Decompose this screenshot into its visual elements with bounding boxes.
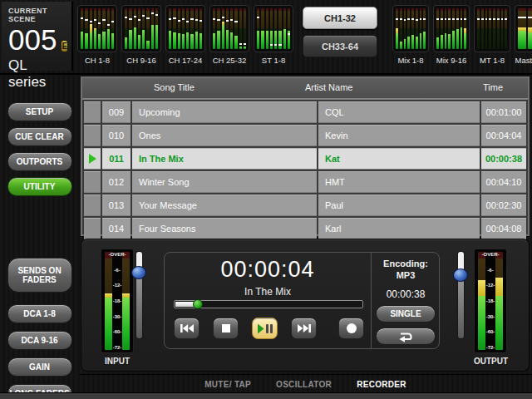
record-button[interactable]	[338, 318, 364, 339]
column-header-time: Time	[483, 82, 503, 92]
output-fader[interactable]	[453, 252, 468, 338]
meter-block-ch1-8[interactable]: CH 1-8	[77, 5, 117, 65]
row-time: 00:04:04	[481, 125, 526, 146]
scene-number: 005	[8, 25, 57, 55]
meter-block-mix9-16[interactable]: Mix 9-16	[433, 5, 470, 65]
row-play-indicator-cell	[84, 195, 101, 216]
song-table-header: Song Title Artist Name Time	[82, 78, 528, 100]
transport-controls	[165, 318, 371, 341]
song-table: Song Title Artist Name Time 009 Upcoming…	[81, 76, 530, 236]
playback-progress-slider[interactable]	[174, 300, 363, 308]
row-artist: Karl	[318, 218, 480, 239]
encoding-label: Encoding:	[371, 259, 441, 268]
row-artist: HMT	[318, 171, 480, 193]
column-header-song-title: Song Title	[154, 82, 195, 92]
top-bar: CURRENT SCENE 005 E QL series CH 1-8 CH …	[0, 0, 532, 75]
row-number: 012	[102, 171, 131, 193]
meter-scale: -OVER--6- -12--18- -30--60- -72-	[101, 252, 133, 350]
scene-edit-badge: E	[62, 41, 67, 52]
output-level-meter: -OVER--6- -12--18- -30--60- -72-	[474, 249, 507, 353]
meter-block-mix1-8[interactable]: Mix 1-8	[392, 5, 429, 65]
table-row[interactable]: 014 Four Seasons Karl 00:04:08	[84, 218, 526, 239]
row-time: 00:04:10	[481, 171, 526, 193]
transport-group: 00:00:04 In The Mix Encoding:	[164, 252, 440, 349]
meter-block-label: Mix 1-8	[392, 56, 429, 65]
row-artist: Kevin	[318, 125, 480, 146]
row-song-title: Winter Song	[132, 171, 317, 193]
bottom-tab-bar: MUTE/ TAP OSCILLATOR RECORDER	[79, 374, 532, 393]
repeat-mode-button[interactable]	[376, 328, 436, 345]
row-song-title: Your Message	[132, 195, 317, 216]
row-number: 011	[102, 148, 131, 170]
meter-block-st1-8[interactable]: ST 1-8	[254, 5, 293, 65]
meter-block-label: CH 17-24	[165, 56, 205, 65]
meter-block-ch17-24[interactable]: CH 17-24	[165, 5, 205, 65]
sidebar-button-setup[interactable]: SETUP	[7, 102, 72, 121]
sidebar-button-utility[interactable]: UTILITY	[7, 177, 72, 196]
single-mode-button[interactable]: SINGLE	[376, 305, 436, 323]
table-row[interactable]: 010 Ones Kevin 00:04:04	[84, 125, 526, 146]
fader-knob[interactable]	[453, 268, 468, 282]
output-label: OUTPUT	[474, 357, 507, 366]
row-artist: CQL	[318, 101, 480, 123]
bank-button-ch33-64[interactable]: CH33-64	[303, 35, 377, 57]
meter-block-label: Master	[515, 56, 532, 65]
next-track-button[interactable]	[291, 318, 317, 339]
stop-button[interactable]	[213, 318, 239, 339]
row-song-title: Ones	[132, 125, 317, 146]
total-time: 00:00:38	[371, 288, 441, 300]
sidebar-button-dca-9-16[interactable]: DCA 9-16	[7, 331, 72, 350]
table-row-current[interactable]: 011 In The Mix Kat 00:00:38	[84, 148, 526, 170]
meter-block-mt1-8[interactable]: MT 1-8	[474, 5, 510, 65]
recorder-settings: Encoding: MP3 00:00:38 SINGLE	[371, 253, 441, 348]
fader-knob[interactable]	[131, 266, 146, 279]
row-number: 014	[102, 218, 131, 239]
progress-knob[interactable]	[193, 299, 203, 309]
meter-block-ch25-32[interactable]: CH 25-32	[209, 5, 249, 65]
table-row[interactable]: 013 Your Message Paul 00:02:30	[84, 195, 526, 216]
row-time: 00:04:08	[481, 218, 526, 239]
bank-button-ch1-32[interactable]: CH1-32	[303, 7, 377, 29]
table-row[interactable]: 012 Winter Song HMT 00:04:10	[84, 171, 526, 193]
encoding-value: MP3	[371, 270, 441, 280]
row-artist: Kat	[318, 148, 480, 170]
meter-block-ch9-16[interactable]: CH 9-16	[121, 5, 161, 65]
meter-block-label: CH 9-16	[121, 56, 161, 65]
row-play-indicator-cell	[84, 101, 101, 123]
meter-block-label: CH 25-32	[209, 56, 249, 65]
stop-icon	[221, 323, 231, 333]
sidebar-button-cue-clear[interactable]: CUE CLEAR	[7, 127, 72, 146]
meter-block-label: ST 1-8	[254, 56, 293, 65]
sidebar-button-gain[interactable]: GAIN	[7, 357, 72, 377]
meter-scale: -OVER--6- -12--18- -30--60- -72-	[475, 252, 506, 350]
row-play-indicator-cell	[84, 148, 101, 170]
table-row[interactable]: 009 Upcoming CQL 00:01:00	[84, 101, 526, 123]
row-time: 00:00:38	[481, 148, 526, 170]
input-level-meter: -OVER--6- -12--18- -30--60- -72-	[101, 249, 134, 353]
sidebar-button-dca-1-8[interactable]: DCA 1-8	[7, 304, 72, 323]
row-number: 013	[102, 195, 131, 216]
sidebar-button-outports[interactable]: OUTPORTS	[7, 152, 72, 171]
column-header-artist-name: Artist Name	[305, 82, 352, 92]
input-fader[interactable]	[131, 252, 146, 338]
current-song-name: In The Mix	[165, 286, 371, 298]
tab-mute-tap[interactable]: MUTE/ TAP	[204, 380, 251, 389]
meter-block-master[interactable]: Master	[515, 5, 532, 65]
row-number: 009	[102, 101, 131, 123]
row-number: 010	[102, 125, 131, 146]
meter-block-label: MT 1-8	[474, 56, 510, 65]
fader-track	[458, 252, 464, 338]
input-label: INPUT	[101, 357, 134, 366]
sidebar-button-sends-on-faders[interactable]: SENDS ON FADERS	[7, 258, 72, 293]
meter-bridge: CH 1-8 CH 9-16 CH 17-24 CH 25-32 ST 1-8 …	[77, 5, 532, 65]
channel-bank-switcher: CH1-32 CH33-64	[303, 7, 377, 63]
row-play-indicator-cell	[84, 218, 101, 239]
scene-panel[interactable]: CURRENT SCENE 005 E QL series	[2, 2, 73, 71]
play-pause-icon	[257, 323, 273, 334]
row-song-title: Four Seasons	[132, 218, 317, 239]
play-pause-button[interactable]	[252, 318, 278, 339]
tab-oscillator[interactable]: OSCILLATOR	[276, 380, 332, 389]
meter-block-label: CH 1-8	[77, 56, 117, 65]
tab-recorder[interactable]: RECORDER	[357, 380, 406, 389]
previous-track-button[interactable]	[174, 318, 200, 339]
